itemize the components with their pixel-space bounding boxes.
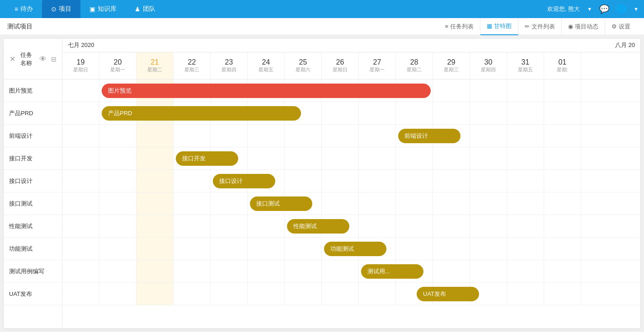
body-cell-4-2	[136, 170, 174, 192]
nav-project[interactable]: ⊙ 项目	[42, 0, 80, 18]
body-cell-5-8	[359, 192, 396, 215]
gantt-bar-6[interactable]: 性能测试	[287, 219, 349, 234]
gantt-day-25: 25星期六	[285, 52, 322, 79]
close-button[interactable]: ✕	[9, 54, 16, 65]
task-name-func-test: 功能测试	[9, 245, 33, 253]
body-cell-9-12	[507, 283, 544, 305]
task-name-image-preview: 图片预览	[9, 87, 33, 95]
body-cell-3-0	[62, 147, 99, 169]
tab-file-list[interactable]: ✏ 文件列表	[518, 18, 562, 35]
gantt-timeline-header: 七月 2020 八月 20 19星期日20星期一21星期二22星期三23星期四2…	[62, 39, 640, 79]
body-cell-3-11	[470, 147, 507, 169]
gantt-right-panel[interactable]: 七月 2020 八月 20 19星期日20星期一21星期二22星期三23星期四2…	[62, 39, 640, 328]
gantt-bar-8[interactable]: 测试用...	[361, 264, 423, 279]
body-cell-5-9	[396, 192, 433, 215]
body-cell-2-12	[507, 125, 544, 147]
task-name-api-dev: 接口开发	[9, 154, 33, 163]
body-cell-1-10	[433, 102, 470, 124]
tab-project-activity[interactable]: ◉ 项目动态	[562, 18, 605, 35]
body-cell-2-6	[285, 125, 322, 147]
body-cell-9-2	[136, 283, 174, 305]
task-row-frontend-design: 前端设计	[4, 125, 62, 147]
body-cell-9-8	[359, 283, 396, 305]
body-cell-5-10	[433, 192, 470, 215]
nav-right: 欢迎您, 熊大 ▼ 💬 🌐 ▼	[547, 4, 639, 14]
body-cell-4-10	[433, 170, 470, 192]
file-list-label: 文件列表	[531, 23, 555, 31]
body-cell-3-5	[248, 147, 285, 169]
body-cell-8-3	[174, 260, 211, 282]
body-cell-8-4	[211, 260, 248, 282]
body-cell-3-2	[136, 147, 174, 169]
body-cell-6-1	[99, 215, 136, 237]
gantt-bar-2[interactable]: 前端设计	[398, 129, 461, 143]
gantt-body-row-2: 前端设计	[62, 125, 640, 147]
task-name-perf-test: 性能测试	[9, 222, 33, 230]
body-cell-2-2	[136, 125, 174, 147]
globe-dropdown[interactable]: ▼	[634, 6, 639, 12]
knowledge-icon: ▣	[89, 5, 95, 13]
nav-team-label: 团队	[143, 5, 155, 13]
welcome-dropdown[interactable]: ▼	[587, 6, 592, 12]
body-cell-4-11	[470, 170, 507, 192]
nav-knowledge[interactable]: ▣ 知识库	[80, 0, 126, 18]
body-cell-9-6	[285, 283, 322, 305]
body-cell-7-12	[507, 238, 544, 260]
body-cell-5-7	[322, 192, 359, 215]
nav-team[interactable]: ♟ 团队	[126, 0, 165, 18]
body-cell-1-12	[507, 102, 544, 124]
body-cell-5-1	[99, 192, 136, 215]
body-cell-4-12	[507, 170, 544, 192]
gantt-bar-4[interactable]: 接口设计	[213, 174, 275, 188]
settings-icon: ⚙	[611, 23, 617, 30]
body-cell-1-9	[396, 102, 433, 124]
gantt-body-row-7: 功能测试	[62, 238, 640, 260]
gantt-day-24: 24星期五	[248, 52, 285, 79]
gantt-bar-9[interactable]: UAT发布	[417, 287, 479, 301]
body-cell-3-9	[396, 147, 433, 169]
tab-task-list[interactable]: ≡ 任务列表	[438, 18, 480, 35]
gantt-day-23: 23星期四	[211, 52, 248, 79]
body-cell-8-0	[62, 260, 99, 282]
body-cell-3-6	[285, 147, 322, 169]
task-row-api-design: 接口设计	[4, 170, 62, 192]
body-cell-8-1	[99, 260, 136, 282]
body-cell-0-0	[62, 79, 99, 102]
body-cell-6-10	[433, 215, 470, 237]
gantt-body-row-8: 测试用...	[62, 260, 640, 283]
visibility-icon[interactable]: 👁	[39, 55, 47, 63]
gantt-bar-3[interactable]: 接口开发	[176, 151, 238, 166]
body-cell-2-5	[248, 125, 285, 147]
body-cell-0-10	[433, 79, 470, 102]
body-cell-3-13	[544, 147, 581, 169]
body-cell-8-10	[433, 260, 470, 282]
globe-icon[interactable]: 🌐	[616, 4, 626, 14]
message-icon[interactable]: 💬	[599, 4, 609, 14]
body-cell-8-13	[544, 260, 581, 282]
nav-todo[interactable]: ≡ 待办	[5, 0, 42, 18]
tab-settings[interactable]: ⚙ 设置	[605, 18, 637, 35]
body-cell-2-8	[359, 125, 396, 147]
gantt-container: ✕ 任务名称 👁 ⊟ 图片预览 产品PRD 前端设计 接口开发 接口设计 接口测…	[4, 39, 640, 328]
tab-gantt[interactable]: ▦ 甘特图	[480, 18, 518, 35]
filter-icon[interactable]: ⊟	[51, 56, 56, 63]
nav-project-label: 项目	[59, 5, 71, 13]
gantt-bar-0[interactable]: 图片预览	[102, 84, 431, 98]
body-cell-5-13	[544, 192, 581, 215]
body-cell-2-4	[211, 125, 248, 147]
body-cell-3-10	[433, 147, 470, 169]
gantt-bar-1[interactable]: 产品PRD	[102, 106, 301, 121]
task-row-image-preview: 图片预览	[4, 79, 62, 102]
body-cell-7-11	[470, 238, 507, 260]
gantt-bar-5[interactable]: 接口测试	[250, 196, 312, 211]
body-cell-7-6	[285, 238, 322, 260]
task-row-product-prd: 产品PRD	[4, 102, 62, 125]
welcome-text: 欢迎您, 熊大	[547, 5, 580, 13]
task-name-frontend-design: 前端设计	[9, 132, 33, 140]
body-cell-5-12	[507, 192, 544, 215]
body-cell-4-9	[396, 170, 433, 192]
body-cell-2-0	[62, 125, 99, 147]
top-navigation: ≡ 待办 ⊙ 项目 ▣ 知识库 ♟ 团队 欢迎您, 熊大 ▼ 💬 🌐 ▼	[0, 0, 644, 18]
gantt-bar-7[interactable]: 功能测试	[324, 242, 386, 256]
body-cell-8-12	[507, 260, 544, 282]
